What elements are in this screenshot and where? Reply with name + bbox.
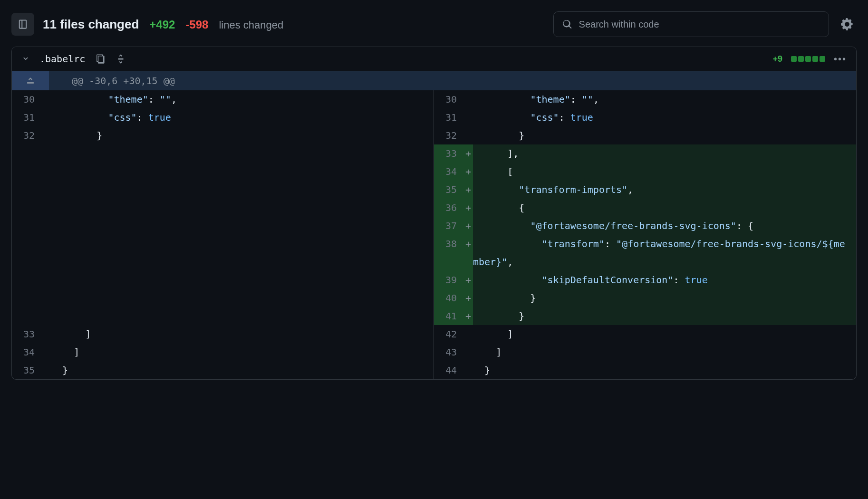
code-line[interactable]: 31 "css": true xyxy=(434,108,856,126)
code-line[interactable]: 38+ "transform": "@fortawesome/free-bran… xyxy=(434,235,856,271)
code-line[interactable]: 33+ ], xyxy=(434,144,856,163)
line-number: 44 xyxy=(434,361,463,379)
code-line[interactable]: 41+ } xyxy=(434,307,856,325)
settings-button[interactable] xyxy=(838,15,857,34)
diff-marker: + xyxy=(463,144,473,163)
file-tree-toggle-button[interactable] xyxy=(11,13,34,36)
code-content xyxy=(51,307,434,325)
diff-marker xyxy=(41,217,51,235)
file-name[interactable]: .babelrc xyxy=(39,53,85,65)
code-content xyxy=(51,253,434,271)
search-icon xyxy=(562,19,572,29)
diff-marker xyxy=(41,126,51,144)
file-menu-button[interactable]: ••• xyxy=(834,54,847,65)
diff-file-panel: .babelrc +9 ••• @@ -30,6 +30,15 @@ 30 "t… xyxy=(11,47,857,380)
code-content: "transform-imports", xyxy=(473,181,856,199)
code-content xyxy=(51,271,434,289)
code-line[interactable] xyxy=(12,163,434,181)
copy-path-button[interactable] xyxy=(94,53,106,65)
diff-marker: + xyxy=(463,163,473,181)
code-content: "css": true xyxy=(473,108,856,126)
line-number: 33 xyxy=(434,144,463,163)
code-content: "@fortawesome/free-brands-svg-icons": { xyxy=(473,217,856,235)
line-number xyxy=(12,163,41,181)
code-line[interactable]: 37+ "@fortawesome/free-brands-svg-icons"… xyxy=(434,217,856,235)
code-line[interactable]: 35 } xyxy=(12,361,434,379)
code-line[interactable]: 32 } xyxy=(434,126,856,144)
code-line[interactable] xyxy=(12,181,434,199)
line-number: 38 xyxy=(434,235,463,271)
code-content: ] xyxy=(473,325,856,343)
code-line[interactable]: 34 ] xyxy=(12,343,434,361)
code-content xyxy=(51,217,434,235)
line-number: 35 xyxy=(434,181,463,199)
code-line[interactable] xyxy=(12,289,434,307)
code-line[interactable] xyxy=(12,253,434,271)
panel-left-icon xyxy=(18,19,28,29)
diff-left-side: 30 "theme": "",31 "css": true32 }33 ]34 … xyxy=(12,90,434,379)
gear-icon xyxy=(841,18,853,30)
diff-marker xyxy=(41,163,51,181)
code-line[interactable] xyxy=(12,144,434,163)
diff-marker xyxy=(41,271,51,289)
hunk-header-text: @@ -30,6 +30,15 @@ xyxy=(49,71,198,90)
unfold-icon xyxy=(116,54,126,64)
search-box[interactable] xyxy=(553,11,829,37)
code-line[interactable] xyxy=(12,307,434,325)
code-line[interactable]: 35+ "transform-imports", xyxy=(434,181,856,199)
code-line[interactable]: 40+ } xyxy=(434,289,856,307)
line-number xyxy=(12,271,41,289)
line-number: 35 xyxy=(12,361,41,379)
code-content: ] xyxy=(473,343,856,361)
diff-marker xyxy=(463,343,473,361)
line-number xyxy=(12,217,41,235)
code-line[interactable]: 39+ "skipDefaultConversion": true xyxy=(434,271,856,289)
code-content: } xyxy=(473,126,856,144)
diff-marker: + xyxy=(463,271,473,289)
diff-marker xyxy=(41,307,51,325)
search-input[interactable] xyxy=(579,19,820,30)
code-content: ] xyxy=(51,343,434,361)
code-line[interactable]: 32 } xyxy=(12,126,434,144)
code-line[interactable] xyxy=(12,271,434,289)
code-line[interactable]: 36+ { xyxy=(434,199,856,217)
line-number: 33 xyxy=(12,325,41,343)
code-line[interactable]: 31 "css": true xyxy=(12,108,434,126)
code-content xyxy=(51,199,434,217)
code-line[interactable]: 33 ] xyxy=(12,325,434,343)
file-additions-count: +9 xyxy=(772,54,782,64)
hunk-header-row: @@ -30,6 +30,15 @@ xyxy=(12,71,856,90)
diff-marker xyxy=(463,108,473,126)
line-number: 36 xyxy=(434,199,463,217)
line-number: 30 xyxy=(12,90,41,108)
diff-marker xyxy=(41,289,51,307)
deletions-count: -598 xyxy=(185,18,208,31)
code-line[interactable]: 30 "theme": "", xyxy=(434,90,856,108)
line-number: 40 xyxy=(434,289,463,307)
diff-marker xyxy=(463,361,473,379)
code-line[interactable]: 30 "theme": "", xyxy=(12,90,434,108)
lines-changed-label: lines changed xyxy=(219,19,283,31)
collapse-file-button[interactable] xyxy=(21,54,31,64)
diff-marker xyxy=(41,253,51,271)
code-content: } xyxy=(473,361,856,379)
expand-up-button[interactable] xyxy=(12,71,49,90)
line-number: 31 xyxy=(434,108,463,126)
diff-stat-blocks xyxy=(791,56,825,62)
diff-marker: + xyxy=(463,289,473,307)
code-line[interactable] xyxy=(12,235,434,253)
code-line[interactable]: 34+ [ xyxy=(434,163,856,181)
diff-marker: + xyxy=(463,307,473,325)
code-line[interactable]: 44 } xyxy=(434,361,856,379)
code-content: ], xyxy=(473,144,856,163)
expand-all-button[interactable] xyxy=(115,53,127,65)
code-line[interactable] xyxy=(12,199,434,217)
code-content: "theme": "", xyxy=(51,90,434,108)
diff-body: 30 "theme": "",31 "css": true32 }33 ]34 … xyxy=(12,90,856,379)
code-line[interactable]: 43 ] xyxy=(434,343,856,361)
code-line[interactable]: 42 ] xyxy=(434,325,856,343)
diff-marker xyxy=(41,343,51,361)
code-line[interactable] xyxy=(12,217,434,235)
line-number xyxy=(12,181,41,199)
diff-marker: + xyxy=(463,199,473,217)
